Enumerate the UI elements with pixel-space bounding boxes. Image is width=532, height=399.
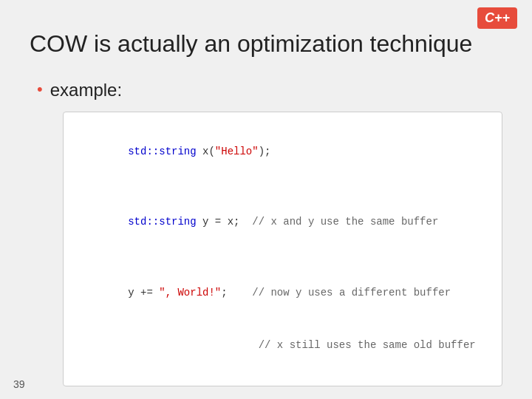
code-keyword-2: std::string	[128, 216, 196, 228]
code-text-2: y = x;	[197, 216, 253, 228]
code-line-blank-1	[78, 179, 487, 197]
bullet-item: • example:	[37, 80, 502, 100]
bullet-label: example:	[50, 80, 122, 100]
code-keyword-1: std::string	[128, 146, 196, 157]
cpp-badge: C++	[477, 7, 517, 29]
code-indent-3b	[128, 339, 258, 351]
code-comment-2: // x and y use the same buffer	[252, 216, 438, 228]
code-text-3a: y +=	[128, 287, 159, 299]
bullet-section: • example: std::string x("Hello"); std::…	[37, 80, 502, 386]
code-comment-3a: // now y uses a different buffer	[252, 287, 451, 299]
code-string-3: ", World!"	[159, 287, 221, 299]
code-text-1: x(	[197, 146, 215, 157]
slide: C++ COW is actually an optimization tech…	[0, 0, 532, 399]
code-block: std::string x("Hello"); std::string y = …	[63, 112, 502, 386]
slide-title: COW is actually an optimization techniqu…	[30, 30, 502, 58]
bullet-dot-icon: •	[37, 81, 43, 98]
slide-number: 39	[13, 378, 25, 390]
code-line-3b: // x still uses the same old buffer	[78, 319, 487, 372]
code-string-1: "Hello"	[215, 146, 259, 157]
code-line-2: std::string y = x; // x and y use the sa…	[78, 197, 487, 249]
code-comment-3b: // x still uses the same old buffer	[259, 339, 476, 351]
code-line-blank-2	[78, 249, 487, 267]
code-text-1b: );	[259, 146, 271, 157]
code-line-1: std::string x("Hello");	[78, 126, 487, 178]
code-text-3b: ;	[221, 287, 252, 299]
code-line-3a: y += ", World!"; // now y uses a differe…	[78, 267, 487, 319]
